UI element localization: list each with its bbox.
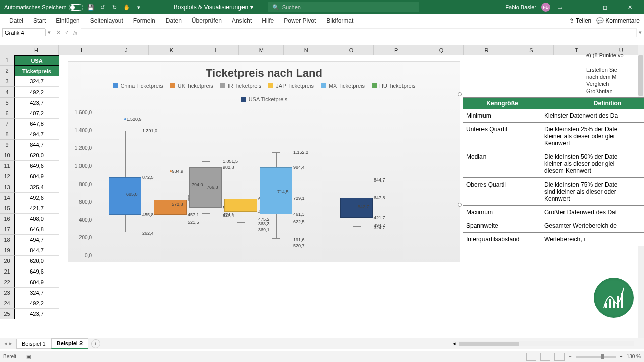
row-header[interactable]: 10 — [0, 150, 14, 161]
row-header[interactable]: 7 — [0, 119, 14, 129]
data-cell[interactable]: 423,7 — [14, 98, 59, 108]
row-header[interactable]: 18 — [0, 235, 14, 245]
data-cell[interactable]: 492,2 — [14, 87, 59, 98]
more-icon[interactable]: ▾ — [134, 3, 143, 12]
sheet-nav-prev-icon[interactable]: ◂ — [4, 340, 7, 347]
data-cell[interactable]: 325,4 — [14, 182, 59, 193]
data-cell[interactable]: 604,9 — [14, 277, 59, 288]
add-sheet-button[interactable]: + — [91, 339, 100, 348]
table-cell[interactable]: Die kleinsten 50% der Date kleiner als d… — [541, 150, 645, 178]
tab-daten[interactable]: Daten — [160, 15, 187, 27]
data-cell[interactable]: 408,0 — [14, 214, 59, 224]
data-cell[interactable]: 649,6 — [14, 161, 59, 171]
col-header[interactable]: O — [329, 45, 374, 55]
touch-icon[interactable]: ✋ — [122, 3, 131, 12]
select-all-corner[interactable] — [0, 45, 14, 55]
data-cell[interactable]: 844,7 — [14, 245, 59, 256]
col-header[interactable]: P — [374, 45, 419, 55]
selection-handle[interactable] — [458, 92, 462, 96]
table-cell[interactable]: Spannweite — [463, 219, 541, 233]
row-header[interactable]: 8 — [0, 129, 14, 140]
data-cell[interactable]: 620,0 — [14, 150, 59, 161]
tab-einfuegen[interactable]: Einfügen — [51, 15, 85, 27]
data-cell[interactable]: 844,7 — [14, 140, 59, 150]
confirm-icon[interactable]: ✓ — [65, 29, 69, 36]
tab-start[interactable]: Start — [28, 15, 51, 27]
record-macro-icon[interactable]: ▣ — [26, 354, 31, 359]
col-header[interactable]: N — [284, 45, 329, 55]
col-header[interactable]: J — [104, 45, 149, 55]
row-header[interactable]: 2 — [0, 66, 14, 76]
row-header[interactable]: 5 — [0, 98, 14, 108]
search-box[interactable]: 🔍 Suchen — [268, 2, 419, 12]
table-cell[interactable]: Interquartilsabstand — [463, 233, 541, 246]
tab-hilfe[interactable]: Hilfe — [257, 15, 279, 27]
formula-expand-icon[interactable]: ▾ — [637, 29, 644, 36]
data-cell[interactable]: 604,9 — [14, 171, 59, 182]
undo-icon[interactable]: ↺ — [98, 3, 107, 12]
fx-label[interactable]: fx — [73, 30, 78, 36]
row-header[interactable]: 11 — [0, 161, 14, 171]
autosave-toggle[interactable]: Automatisches Speichern — [4, 4, 83, 11]
table-cell[interactable]: Unteres Quartil — [463, 123, 541, 150]
zoom-in-icon[interactable]: + — [620, 354, 623, 359]
tab-datei[interactable]: Datei — [4, 15, 28, 27]
row-header[interactable]: 20 — [0, 256, 14, 266]
save-icon[interactable]: 💾 — [86, 3, 95, 12]
row-header[interactable]: 6 — [0, 108, 14, 119]
row-header[interactable]: 24 — [0, 298, 14, 309]
tab-bildformat[interactable]: Bildformat — [321, 15, 358, 27]
col-header[interactable]: M — [239, 45, 284, 55]
boxplot-chart[interactable]: Ticketpreis nach Land China TicketpreisU… — [68, 61, 460, 262]
row-header[interactable]: 14 — [0, 193, 14, 203]
col-header[interactable]: H — [14, 45, 59, 55]
table-cell[interactable]: Größter Datenwert des Dat — [541, 206, 645, 219]
col-header[interactable]: S — [509, 45, 554, 55]
row-header[interactable]: 16 — [0, 214, 14, 224]
row-header[interactable]: 15 — [0, 203, 14, 214]
data-cell[interactable]: 407,2 — [14, 108, 59, 119]
formula-input[interactable] — [81, 28, 637, 37]
scroll-left-icon[interactable]: ◂ — [453, 340, 456, 347]
table-cell[interactable]: Wertebereich, i — [541, 233, 645, 246]
data-cell[interactable]: 324,7 — [14, 288, 59, 298]
definitions-table[interactable]: Kenngröße Definition MinimumKleinster Da… — [463, 97, 644, 246]
data-cell[interactable]: 647,8 — [14, 119, 59, 129]
data-cell[interactable]: 494,7 — [14, 235, 59, 245]
table-cell[interactable]: Median — [463, 150, 541, 178]
zoom-slider[interactable] — [576, 356, 616, 358]
view-pagebreak-button[interactable] — [554, 353, 565, 361]
tab-formeln[interactable]: Formeln — [128, 15, 160, 27]
cancel-icon[interactable]: ✕ — [56, 29, 61, 36]
data-header[interactable]: Ticketpreis — [14, 66, 59, 76]
minimize-button[interactable]: — — [570, 0, 590, 14]
data-cell[interactable]: 649,6 — [14, 266, 59, 277]
data-cell[interactable]: 423,7 — [14, 309, 59, 319]
row-header[interactable]: 19 — [0, 245, 14, 256]
tab-seitenlayout[interactable]: Seitenlayout — [85, 15, 128, 27]
sheet-tab-beispiel2[interactable]: Beispiel 2 — [51, 338, 88, 349]
table-cell[interactable]: Die kleinsten 75% der Date sind kleiner … — [541, 178, 645, 206]
data-cell[interactable]: 494,7 — [14, 129, 59, 140]
sheet-nav-next-icon[interactable]: ▸ — [9, 340, 12, 347]
data-header[interactable]: USA — [14, 55, 59, 66]
selection-handle[interactable] — [458, 203, 462, 207]
data-cell[interactable]: 324,7 — [14, 76, 59, 87]
tab-ueberpruefen[interactable]: Überprüfen — [187, 15, 227, 27]
horizontal-scrollbar[interactable]: ◂ — [453, 341, 634, 346]
data-cell[interactable]: 421,7 — [14, 203, 59, 214]
row-header[interactable]: 3 — [0, 76, 14, 87]
view-pagelayout-button[interactable] — [540, 353, 550, 361]
col-header[interactable]: Q — [419, 45, 464, 55]
maximize-button[interactable]: ◻ — [595, 0, 615, 14]
comments-button[interactable]: 💬 Kommentare — [596, 17, 640, 24]
ribbon-mode-icon[interactable]: ▭ — [555, 3, 565, 12]
data-cell[interactable]: 492,6 — [14, 193, 59, 203]
tab-ansicht[interactable]: Ansicht — [227, 15, 257, 27]
tab-powerpivot[interactable]: Power Pivot — [279, 15, 321, 27]
data-cell[interactable]: 620,0 — [14, 256, 59, 266]
zoom-out-icon[interactable]: − — [569, 354, 572, 359]
row-header[interactable]: 13 — [0, 182, 14, 193]
data-cell[interactable]: 492,2 — [14, 298, 59, 309]
table-cell[interactable]: Minimum — [463, 109, 541, 123]
